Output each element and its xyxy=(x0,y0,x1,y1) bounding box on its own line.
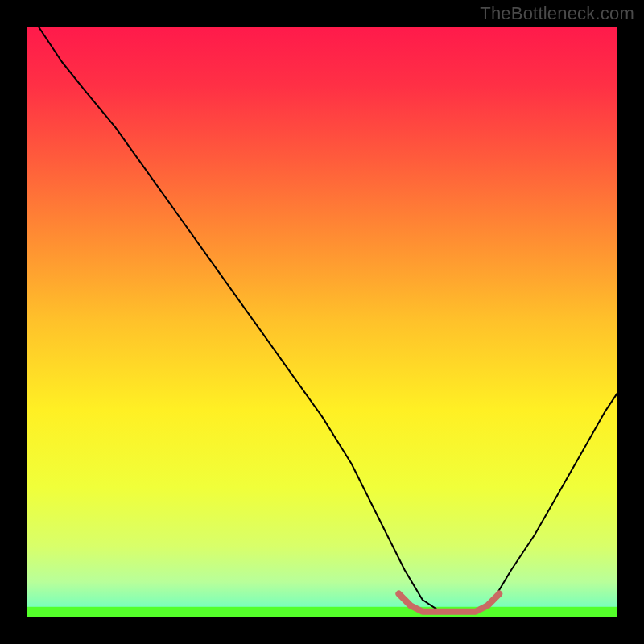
baseline-bar xyxy=(27,607,617,617)
gradient-background xyxy=(27,27,617,617)
watermark-label: TheBottleneck.com xyxy=(480,3,634,24)
chart-stage: TheBottleneck.com xyxy=(0,0,644,644)
bottleneck-chart xyxy=(0,0,644,644)
